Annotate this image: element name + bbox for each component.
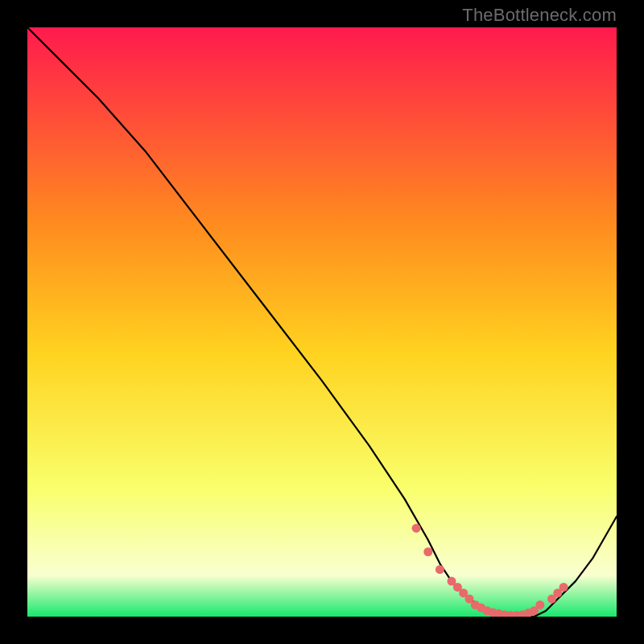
valley-dot (423, 547, 432, 556)
watermark-label: TheBottleneck.com (462, 5, 617, 26)
valley-dot (535, 601, 544, 609)
valley-dot (436, 565, 444, 574)
gradient-background (27, 27, 617, 617)
chart-frame: TheBottleneck.com (0, 0, 644, 644)
valley-dot (559, 583, 568, 592)
chart-svg (27, 27, 617, 617)
valley-dot (412, 524, 421, 533)
plot-area (27, 27, 617, 617)
